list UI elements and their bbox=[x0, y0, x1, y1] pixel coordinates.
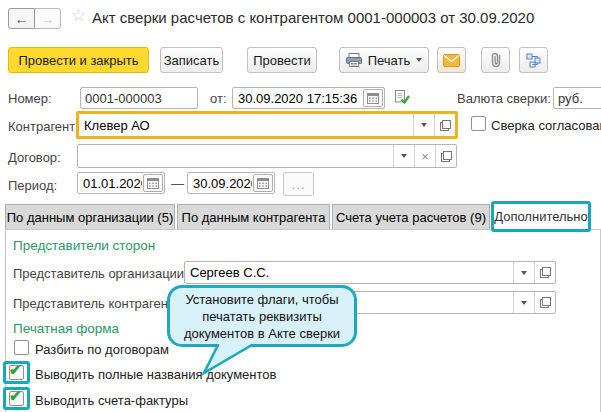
save-button[interactable]: Записать bbox=[160, 47, 223, 73]
open-link-icon bbox=[441, 151, 452, 162]
tooltip-tail bbox=[200, 344, 260, 376]
counterparty-label: Контрагент: bbox=[8, 119, 79, 134]
reconciliation-agreed-label: Сверка согласована bbox=[491, 118, 601, 133]
counterparty-input[interactable]: Клевер АО bbox=[76, 111, 458, 139]
number-input[interactable]: 0001-000003 bbox=[80, 87, 198, 109]
contract-label: Договор: bbox=[8, 150, 61, 165]
date-value: 30.09.2020 17:15:36 bbox=[233, 91, 362, 106]
period-choose-button[interactable]: ... bbox=[283, 172, 314, 196]
checkmark-icon: ✔ bbox=[9, 388, 22, 403]
print-form-section-title: Печатная форма bbox=[13, 321, 119, 336]
tab-additional[interactable]: Дополнительно bbox=[491, 201, 591, 232]
number-label: Номер: bbox=[8, 91, 52, 106]
date-label: от: bbox=[210, 91, 227, 106]
printer-icon bbox=[346, 53, 362, 67]
org-representative-value: Сергеев С.С. bbox=[185, 265, 513, 280]
currency-label: Валюта сверки: bbox=[457, 91, 551, 106]
contract-input[interactable]: × bbox=[77, 144, 457, 168]
period-label: Период: bbox=[8, 178, 57, 193]
print-button-label: Печать bbox=[368, 53, 411, 68]
tooltip-line: Установите флаги, чтобы bbox=[185, 291, 338, 308]
clear-icon: × bbox=[421, 149, 429, 164]
period-from-input[interactable]: 01.01.2020 bbox=[77, 172, 165, 194]
document-structure-button[interactable] bbox=[519, 47, 548, 73]
tab-org-data[interactable]: По данным организации (5) bbox=[5, 204, 175, 230]
tab-settlement-accounts[interactable]: Счета учета расчетов (9) bbox=[332, 204, 490, 230]
calendar-icon bbox=[367, 92, 379, 104]
back-arrow-icon: ← bbox=[15, 12, 29, 26]
counterparty-representative-label: Представитель контрагента: bbox=[13, 296, 185, 311]
counterparty-representative-open-button[interactable] bbox=[534, 292, 555, 313]
period-from-value: 01.01.2020 bbox=[78, 176, 142, 191]
calendar-picker-button[interactable] bbox=[363, 89, 383, 107]
show-invoices-label: Выводить счета-фактуры bbox=[35, 393, 188, 408]
forward-button[interactable]: → bbox=[34, 8, 61, 29]
calendar-picker-button[interactable] bbox=[253, 174, 273, 192]
representatives-section-title: Представители сторон bbox=[13, 238, 155, 253]
set-current-date-button[interactable] bbox=[394, 89, 410, 108]
send-email-button[interactable] bbox=[437, 47, 466, 73]
period-separator: — bbox=[171, 176, 184, 191]
open-link-icon bbox=[440, 120, 451, 131]
split-by-contracts-checkbox[interactable] bbox=[14, 340, 29, 355]
favorite-star-icon[interactable]: ☆ bbox=[71, 7, 86, 24]
forward-arrow-icon: → bbox=[41, 12, 55, 26]
structure-icon bbox=[526, 53, 541, 68]
org-representative-dropdown-button[interactable] bbox=[513, 262, 534, 283]
chevron-down-icon bbox=[521, 301, 527, 305]
reconciliation-agreed-checkbox[interactable] bbox=[471, 116, 486, 131]
open-link-icon bbox=[540, 297, 551, 308]
currency-input[interactable]: руб. bbox=[553, 87, 601, 109]
paperclip-icon bbox=[490, 52, 502, 68]
tab-counterparty-data[interactable]: По данным контрагента bbox=[177, 204, 330, 230]
document-check-icon bbox=[394, 89, 410, 105]
back-button[interactable]: ← bbox=[8, 8, 35, 29]
envelope-icon bbox=[443, 54, 460, 67]
period-to-value: 30.09.2020 bbox=[188, 176, 252, 191]
chevron-down-icon bbox=[416, 58, 422, 62]
org-representative-label: Представитель организации: bbox=[13, 266, 188, 281]
period-to-input[interactable]: 30.09.2020 bbox=[187, 172, 275, 194]
chevron-down-icon bbox=[401, 154, 407, 158]
counterparty-dropdown-button[interactable] bbox=[413, 114, 434, 136]
open-link-icon bbox=[540, 267, 551, 278]
date-input[interactable]: 30.09.2020 17:15:36 bbox=[232, 87, 385, 109]
org-representative-input[interactable]: Сергеев С.С. bbox=[184, 261, 556, 284]
contract-dropdown-button[interactable] bbox=[393, 145, 414, 167]
tooltip-bubble: Установите флаги, чтобы печатать реквизи… bbox=[167, 285, 357, 347]
split-by-contracts-label: Разбить по договорам bbox=[35, 342, 169, 357]
counterparty-open-button[interactable] bbox=[434, 114, 455, 136]
post-button[interactable]: Провести bbox=[247, 47, 317, 73]
org-representative-open-button[interactable] bbox=[534, 262, 555, 283]
contract-open-button[interactable] bbox=[435, 145, 456, 167]
print-menu-button[interactable]: Печать bbox=[339, 47, 429, 73]
calendar-icon bbox=[147, 177, 159, 189]
calendar-picker-button[interactable] bbox=[143, 174, 163, 192]
counterparty-value: Клевер АО bbox=[79, 118, 413, 133]
chevron-down-icon bbox=[521, 271, 527, 275]
calendar-icon bbox=[257, 177, 269, 189]
page-title: Акт сверки расчетов с контрагентом 0001-… bbox=[92, 9, 534, 26]
tab-additional-label: Дополнительно bbox=[494, 209, 588, 224]
checkmark-icon: ✔ bbox=[9, 362, 22, 377]
post-and-close-button[interactable]: Провести и закрыть bbox=[8, 47, 149, 73]
counterparty-representative-dropdown-button[interactable] bbox=[513, 292, 534, 313]
tooltip-line: документов в Акте сверки bbox=[184, 325, 340, 342]
chevron-down-icon bbox=[421, 123, 427, 127]
nav-history-group: ← → bbox=[8, 8, 61, 29]
attachments-button[interactable] bbox=[481, 47, 510, 73]
tooltip-line: печатать реквизиты bbox=[202, 308, 321, 325]
contract-clear-button[interactable]: × bbox=[414, 145, 435, 167]
